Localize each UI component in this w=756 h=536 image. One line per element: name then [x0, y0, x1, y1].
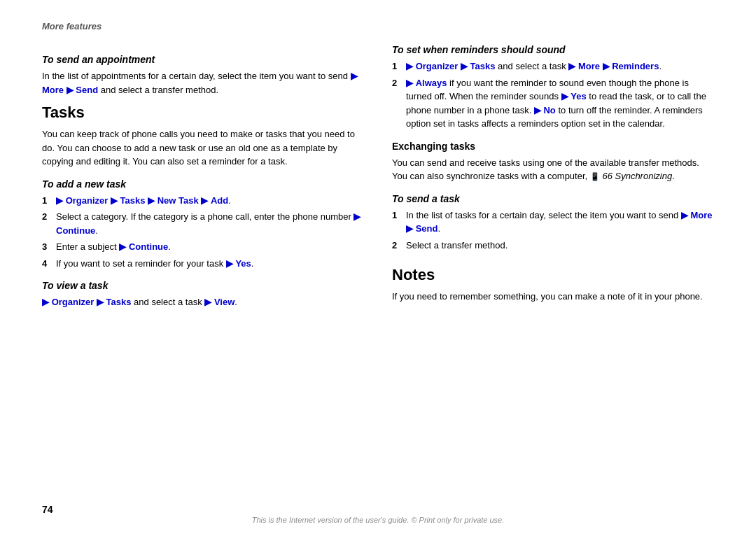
step-text: Select a category. If the category is a … — [56, 210, 364, 237]
notes-section: Notes If you need to remember something,… — [392, 266, 714, 304]
add-task-title: To add a new task — [42, 178, 364, 190]
add-link[interactable]: Add — [211, 195, 228, 206]
list-item: 1 ▶ Organizer ▶ Tasks and select a task … — [392, 59, 714, 73]
page-number: 74 — [42, 504, 53, 515]
arrow-icon: ▶ — [406, 61, 413, 71]
step-number: 4 — [42, 257, 50, 271]
step-number: 2 — [392, 239, 400, 253]
reminders-link[interactable]: Reminders — [612, 61, 659, 71]
arrow-icon: ▶ — [148, 195, 155, 206]
left-column: To send an appointment In the list of ap… — [42, 44, 364, 313]
tasks-title: Tasks — [42, 104, 364, 122]
send-appointment-title: To send an appointment — [42, 54, 364, 65]
send-appointment-section: To send an appointment In the list of ap… — [42, 54, 364, 97]
continue-link2[interactable]: Continue — [129, 241, 168, 252]
step-text: Enter a subject ▶ Continue. — [56, 240, 171, 254]
arrow-icon: ▶ — [111, 195, 118, 206]
tasks-link[interactable]: Tasks — [106, 297, 132, 307]
list-item: 2 Select a category. If the category is … — [42, 210, 364, 237]
list-item: 1 ▶ Organizer ▶ Tasks ▶ New Task ▶ Add. — [42, 194, 364, 208]
footer: This is the Internet version of the user… — [0, 514, 756, 525]
more-link[interactable]: More — [42, 85, 64, 95]
arrow-icon: ▶ — [226, 258, 233, 269]
reminders-title: To set when reminders should sound — [392, 44, 714, 55]
arrow-icon: ▶ — [603, 61, 610, 71]
exchanging-tasks-section: Exchanging tasks You can send and receiv… — [392, 141, 714, 183]
arrow-icon: ▶ — [461, 61, 468, 71]
footer-disclaimer: This is the Internet version of the user… — [252, 516, 505, 524]
step-text: Select a transfer method. — [406, 239, 507, 253]
right-column: To set when reminders should sound 1 ▶ O… — [392, 44, 714, 313]
new-task-link[interactable]: New Task — [158, 195, 199, 206]
arrow-icon: ▶ — [201, 195, 208, 206]
exchanging-title: Exchanging tasks — [392, 141, 714, 152]
step-number: 2 — [392, 76, 400, 131]
send-appointment-body: In the list of appointments for a certai… — [42, 69, 364, 97]
tasks-intro: You can keep track of phone calls you ne… — [42, 127, 364, 169]
add-task-list: 1 ▶ Organizer ▶ Tasks ▶ New Task ▶ Add. … — [42, 194, 364, 271]
step-number: 2 — [42, 210, 50, 237]
arrow-icon: ▶ — [119, 241, 126, 252]
page: More features To send an appointment In … — [0, 0, 756, 536]
step-number: 1 — [42, 194, 50, 208]
arrow-icon: ▶ — [681, 210, 688, 220]
view-task-body: ▶ Organizer ▶ Tasks and select a task ▶ … — [42, 295, 364, 309]
arrow-icon2: ▶ — [66, 85, 74, 95]
tasks-section: Tasks You can keep track of phone calls … — [42, 104, 364, 169]
notes-body: If you need to remember something, you c… — [392, 290, 714, 304]
reminders-section: To set when reminders should sound 1 ▶ O… — [392, 44, 714, 131]
organizer-link[interactable]: Organizer — [52, 297, 94, 307]
more-link[interactable]: More — [578, 61, 600, 71]
send-task-title: To send a task — [392, 193, 714, 204]
list-item: 2 ▶ Always if you want the reminder to s… — [392, 76, 714, 131]
arrow-icon: ▶ — [568, 61, 575, 71]
add-task-section: To add a new task 1 ▶ Organizer ▶ Tasks … — [42, 178, 364, 271]
arrow-icon: ▶ — [97, 297, 104, 307]
no-link[interactable]: No — [543, 105, 555, 115]
view-task-section: To view a task ▶ Organizer ▶ Tasks and s… — [42, 280, 364, 309]
continue-link[interactable]: Continue — [56, 225, 95, 236]
list-item: 3 Enter a subject ▶ Continue. — [42, 240, 364, 254]
yes-link[interactable]: Yes — [235, 258, 251, 269]
notes-title: Notes — [392, 266, 714, 284]
step-text: In the list of tasks for a certain day, … — [406, 209, 714, 236]
yes-link[interactable]: Yes — [570, 91, 586, 101]
step-number: 1 — [392, 209, 400, 236]
organizer-link[interactable]: Organizer — [416, 61, 458, 71]
tasks-link[interactable]: Tasks — [120, 195, 146, 206]
view-task-title: To view a task — [42, 280, 364, 291]
arrow-icon: ▶ — [406, 78, 413, 88]
step-text: If you want to set a reminder for your t… — [56, 257, 253, 271]
send-link[interactable]: Send — [76, 85, 98, 95]
step-number: 3 — [42, 240, 50, 254]
tasks-link[interactable]: Tasks — [470, 61, 496, 71]
arrow-icon: ▶ — [561, 91, 568, 101]
arrow-icon: ▶ — [56, 195, 63, 206]
synchronizing-link[interactable]: 66 Synchronizing — [602, 171, 672, 181]
arrow-icon: ▶ — [406, 223, 413, 234]
send-task-section: To send a task 1 In the list of tasks fo… — [392, 193, 714, 253]
content-columns: To send an appointment In the list of ap… — [42, 44, 714, 313]
send-task-list: 1 In the list of tasks for a certain day… — [392, 209, 714, 253]
arrow-icon: ▶ — [42, 297, 49, 307]
more-link[interactable]: More — [690, 210, 712, 220]
organizer-link[interactable]: Organizer — [66, 195, 108, 206]
arrow-icon: ▶ — [534, 105, 541, 115]
list-item: 2 Select a transfer method. — [392, 239, 714, 253]
list-item: 4 If you want to set a reminder for your… — [42, 257, 364, 271]
arrow-icon: ▶ — [351, 71, 358, 81]
exchanging-body: You can send and receive tasks using one… — [392, 156, 714, 183]
step-text: ▶ Always if you want the reminder to sou… — [406, 76, 714, 131]
always-link[interactable]: Always — [416, 78, 447, 88]
phone-icon: 📱 — [590, 172, 600, 181]
step-number: 1 — [392, 59, 400, 73]
reminders-list: 1 ▶ Organizer ▶ Tasks and select a task … — [392, 59, 714, 131]
step-text: ▶ Organizer ▶ Tasks and select a task ▶ … — [406, 59, 662, 73]
header-text: More features — [42, 21, 102, 31]
view-link[interactable]: View — [214, 297, 234, 307]
step-text: ▶ Organizer ▶ Tasks ▶ New Task ▶ Add. — [56, 194, 231, 208]
arrow-icon: ▶ — [204, 297, 211, 307]
page-header: More features — [42, 21, 714, 31]
send-link[interactable]: Send — [416, 223, 438, 234]
arrow-icon: ▶ — [354, 211, 360, 222]
